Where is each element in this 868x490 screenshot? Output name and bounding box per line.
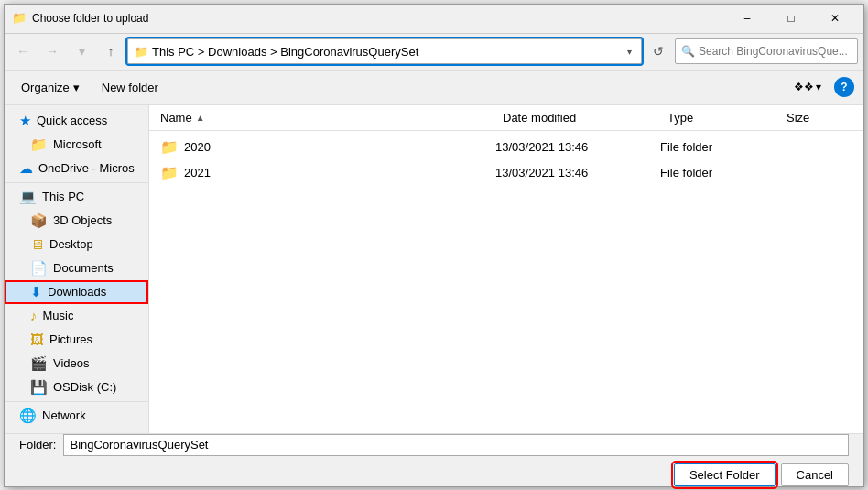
folder-input[interactable] xyxy=(63,434,849,456)
search-input[interactable] xyxy=(699,45,852,58)
sidebar-label-quick-access: Quick access xyxy=(37,114,107,127)
file-name-2021: 📁 2021 xyxy=(160,164,495,181)
sidebar-item-3d-objects[interactable]: 📦 3D Objects xyxy=(5,209,148,233)
col-name-label: Name xyxy=(160,111,192,125)
sidebar-item-documents[interactable]: 📄 Documents xyxy=(5,256,148,280)
star-icon: ★ xyxy=(19,113,31,129)
file-cell-date-2021: 13/03/2021 13:46 xyxy=(495,166,660,180)
downloads-icon: ⬇ xyxy=(30,284,42,300)
up-button[interactable]: ↑ xyxy=(98,38,124,64)
sidebar-label-videos: Videos xyxy=(53,356,90,370)
recent-locations-button[interactable]: ▾ xyxy=(69,38,94,64)
sidebar-label-network: Network xyxy=(42,408,86,422)
file-cell-name-2021: 2021 xyxy=(184,166,211,180)
folder-row: Folder: xyxy=(19,434,849,456)
sidebar: ★ Quick access 📁 Microsoft ☁ OneDrive - … xyxy=(5,105,149,433)
organize-row: Organize ▾ New folder ❖❖ ▾ ? xyxy=(5,71,863,105)
help-button[interactable]: ? xyxy=(834,77,854,97)
file-row-2020[interactable]: 📁 2020 13/03/2021 13:46 File folder xyxy=(149,135,863,160)
col-type-label: Type xyxy=(667,111,693,125)
address-dropdown-arrow[interactable]: ▾ xyxy=(624,47,635,57)
sidebar-item-this-pc[interactable]: 💻 This PC xyxy=(5,185,148,209)
sidebar-label-onedrive: OneDrive - Micros xyxy=(38,161,135,175)
col-header-name[interactable]: Name ▲ xyxy=(157,109,499,126)
back-button[interactable]: ← xyxy=(10,38,36,64)
sidebar-item-downloads[interactable]: ⬇ Downloads xyxy=(5,280,148,304)
sidebar-item-microsoft[interactable]: 📁 Microsoft xyxy=(5,133,148,157)
view-button[interactable]: ❖❖ ▾ xyxy=(788,78,827,96)
file-list: Name ▲ Date modified Type Size 📁 xyxy=(149,105,863,433)
main-content: ★ Quick access 📁 Microsoft ☁ OneDrive - … xyxy=(5,105,863,433)
network-icon: 🌐 xyxy=(19,408,37,424)
videos-icon: 🎬 xyxy=(30,355,48,372)
sidebar-item-pictures[interactable]: 🖼 Pictures xyxy=(5,328,148,352)
sidebar-item-music[interactable]: ♪ Music xyxy=(5,304,148,328)
file-list-header: Name ▲ Date modified Type Size xyxy=(149,105,863,131)
title-bar-controls: – □ ✕ xyxy=(726,4,856,33)
sidebar-label-music: Music xyxy=(43,309,74,322)
search-box[interactable]: 🔍 xyxy=(675,38,858,64)
view-icon: ❖❖ xyxy=(794,81,814,93)
file-cell-date-2020: 13/03/2021 13:46 xyxy=(495,140,660,154)
address-path: This PC > Downloads > BingCoronavirusQue… xyxy=(152,45,624,59)
sidebar-item-osdisk[interactable]: 💾 OSDisk (C:) xyxy=(5,376,148,399)
path-separator: > xyxy=(198,45,208,59)
sidebar-label-downloads: Downloads xyxy=(48,285,106,299)
file-rows: 📁 2020 13/03/2021 13:46 File folder 📁 20… xyxy=(149,131,863,433)
col-header-type[interactable]: Type xyxy=(664,109,783,126)
new-folder-label: New folder xyxy=(102,81,158,94)
path-part-downloads[interactable]: Downloads xyxy=(208,45,266,59)
help-label: ? xyxy=(841,81,847,93)
folder-icon-2020: 📁 xyxy=(160,138,179,156)
view-dropdown-icon: ▾ xyxy=(816,81,821,93)
close-button[interactable]: ✕ xyxy=(814,4,856,33)
col-date-label: Date modified xyxy=(503,111,576,125)
button-row: Select Folder Cancel xyxy=(19,463,849,486)
3dobjects-icon: 📦 xyxy=(30,212,48,229)
folder-icon-microsoft: 📁 xyxy=(30,136,48,153)
refresh-button[interactable]: ↺ xyxy=(646,38,671,64)
sidebar-label-3d-objects: 3D Objects xyxy=(53,213,112,227)
forward-button[interactable]: → xyxy=(39,38,65,64)
sidebar-item-videos[interactable]: 🎬 Videos xyxy=(5,352,148,376)
col-header-date[interactable]: Date modified xyxy=(499,109,664,126)
col-header-size[interactable]: Size xyxy=(783,109,856,126)
music-icon: ♪ xyxy=(30,308,38,323)
sidebar-label-documents: Documents xyxy=(53,261,114,275)
title-bar-icon: 📁 xyxy=(12,11,27,26)
footer: Folder: Select Folder Cancel xyxy=(5,433,863,486)
select-folder-button[interactable]: Select Folder xyxy=(674,463,776,486)
pictures-icon: 🖼 xyxy=(30,332,44,347)
new-folder-button[interactable]: New folder xyxy=(94,78,166,97)
sidebar-label-desktop: Desktop xyxy=(49,237,93,251)
title-bar: 📁 Choose folder to upload – □ ✕ xyxy=(5,5,863,34)
path-part-thispc[interactable]: This PC xyxy=(152,45,194,59)
organize-dropdown-icon: ▾ xyxy=(73,81,80,94)
organize-button[interactable]: Organize ▾ xyxy=(14,78,87,97)
col-sort-icon: ▲ xyxy=(196,113,205,123)
file-row-2021[interactable]: 📁 2021 13/03/2021 13:46 File folder xyxy=(149,160,863,186)
sidebar-item-quick-access[interactable]: ★ Quick access xyxy=(5,109,148,133)
title-bar-text: Choose folder to upload xyxy=(32,12,726,25)
cancel-button[interactable]: Cancel xyxy=(781,463,849,486)
navigation-row: ← → ▾ ↑ 📁 This PC > Downloads > BingCoro… xyxy=(5,34,863,71)
folder-icon-2021: 📁 xyxy=(160,164,179,181)
maximize-button[interactable]: □ xyxy=(770,4,812,33)
sidebar-label-microsoft: Microsoft xyxy=(53,137,102,151)
file-cell-type-2020: File folder xyxy=(660,140,779,154)
sidebar-item-network[interactable]: 🌐 Network xyxy=(5,404,148,428)
file-cell-name-2020: 2020 xyxy=(184,140,211,154)
address-bar[interactable]: 📁 This PC > Downloads > BingCoronavirusQ… xyxy=(127,38,642,64)
folder-label: Folder: xyxy=(19,438,56,452)
path-part-querySet[interactable]: BingCoronavirusQuerySet xyxy=(280,45,418,59)
minimize-button[interactable]: – xyxy=(726,4,768,33)
select-folder-label: Select Folder xyxy=(689,468,760,482)
sidebar-label-osdisk: OSDisk (C:) xyxy=(53,380,116,394)
col-size-label: Size xyxy=(787,111,809,125)
organize-label: Organize xyxy=(21,81,70,94)
sidebar-item-desktop[interactable]: 🖥 Desktop xyxy=(5,233,148,256)
sidebar-divider-1 xyxy=(5,182,148,183)
dialog-window: 📁 Choose folder to upload – □ ✕ ← → ▾ ↑ … xyxy=(4,4,864,487)
cancel-label: Cancel xyxy=(797,468,833,482)
sidebar-item-onedrive[interactable]: ☁ OneDrive - Micros xyxy=(5,157,148,180)
